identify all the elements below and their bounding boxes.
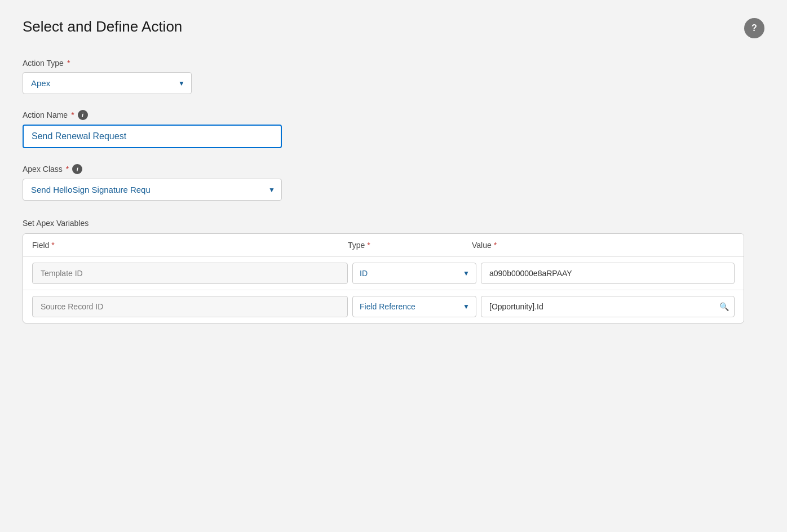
row1-field-cell <box>32 263 348 284</box>
table-row: Field Reference ID String ▼ 🔍 <box>23 290 744 323</box>
action-type-required-star: * <box>67 59 70 68</box>
row2-value-input[interactable] <box>481 296 735 317</box>
row1-type-select[interactable]: ID Field Reference String <box>352 263 476 284</box>
action-type-select[interactable]: Apex Email Alert Field Update Flow Outbo… <box>23 72 192 94</box>
form-section: Action Type * Apex Email Alert Field Upd… <box>23 59 764 323</box>
apex-class-group: Apex Class * i Send HelloSign Signature … <box>23 164 764 201</box>
row1-value-cell <box>481 263 735 284</box>
row2-type-select[interactable]: Field Reference ID String <box>352 296 476 317</box>
action-name-group: Action Name * i <box>23 110 764 148</box>
apex-class-info-icon[interactable]: i <box>72 164 82 174</box>
row1-type-cell: ID Field Reference String ▼ <box>352 263 476 284</box>
action-type-label: Action Type * <box>23 59 764 68</box>
action-type-select-wrapper: Apex Email Alert Field Update Flow Outbo… <box>23 72 192 94</box>
apex-variables-table: Field * Type * Value * <box>23 233 744 323</box>
row2-type-cell: Field Reference ID String ▼ <box>352 296 476 317</box>
row2-field-input[interactable] <box>32 296 348 317</box>
row2-value-cell: 🔍 <box>481 296 735 317</box>
action-name-label: Action Name * i <box>23 110 764 120</box>
table-row: ID Field Reference String ▼ <box>23 257 744 290</box>
table-header-value: Value * <box>472 241 735 250</box>
set-apex-variables-label: Set Apex Variables <box>23 219 764 228</box>
field-col-required-star: * <box>51 241 54 250</box>
help-button[interactable]: ? <box>744 18 764 38</box>
set-apex-variables-section: Set Apex Variables Field * Type * Value … <box>23 219 764 323</box>
apex-class-select[interactable]: Send HelloSign Signature Requ <box>23 179 282 201</box>
row1-value-input[interactable] <box>481 263 735 284</box>
page-header: Select and Define Action ? <box>23 18 764 38</box>
row2-search-icon-button[interactable]: 🔍 <box>719 302 729 311</box>
value-col-required-star: * <box>494 241 497 250</box>
apex-class-required-star: * <box>66 165 69 174</box>
table-header-row: Field * Type * Value * <box>23 234 744 257</box>
row2-field-cell <box>32 296 348 317</box>
apex-class-select-wrapper: Send HelloSign Signature Requ ▼ <box>23 179 282 201</box>
page-container: Select and Define Action ? Action Type *… <box>0 0 787 532</box>
action-name-required-star: * <box>71 110 74 119</box>
action-type-group: Action Type * Apex Email Alert Field Upd… <box>23 59 764 94</box>
action-name-info-icon[interactable]: i <box>78 110 88 120</box>
type-col-required-star: * <box>367 241 370 250</box>
table-header-type: Type * <box>348 241 472 250</box>
apex-class-label: Apex Class * i <box>23 164 764 174</box>
action-name-input[interactable] <box>23 125 282 148</box>
table-header-field: Field * <box>32 241 348 250</box>
row1-field-input[interactable] <box>32 263 348 284</box>
page-title: Select and Define Action <box>23 18 182 36</box>
